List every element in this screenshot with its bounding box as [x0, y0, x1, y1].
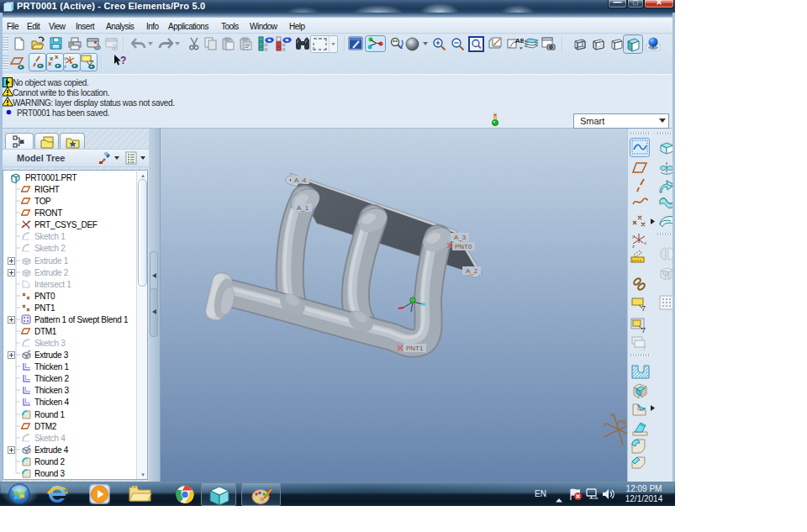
svg-text:PNT1: PNT1 [406, 345, 424, 352]
svg-text:x: x [55, 55, 59, 61]
svg-text:A_1: A_1 [297, 204, 309, 212]
svg-text:7: 7 [641, 326, 646, 334]
svg-text:y: y [632, 234, 635, 239]
svg-text:PR: PR [618, 419, 627, 426]
svg-text:A_3: A_3 [454, 234, 467, 241]
svg-text:z: z [632, 244, 635, 249]
svg-text:7: 7 [642, 345, 646, 351]
svg-text:x: x [644, 240, 646, 245]
svg-text:z: z [64, 64, 66, 69]
svg-text:x: x [48, 60, 52, 67]
svg-text:y: y [64, 55, 66, 61]
svg-text:A_4: A_4 [294, 176, 307, 184]
svg-text:A_2: A_2 [466, 267, 478, 275]
svg-text:AB: AB [515, 37, 524, 45]
svg-text:?: ? [120, 55, 126, 66]
svg-text:PNT0: PNT0 [455, 243, 472, 250]
svg-text:7: 7 [641, 304, 646, 312]
